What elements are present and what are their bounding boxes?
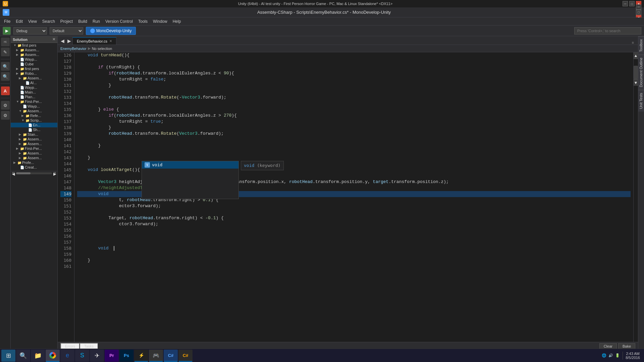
file-icon: 📄 bbox=[20, 86, 24, 89]
create-icon[interactable]: ✎ bbox=[1, 48, 10, 56]
search-button[interactable]: 🔍 bbox=[16, 350, 30, 362]
document-outline-tab[interactable]: Document Outline bbox=[638, 55, 644, 90]
tree-item[interactable]: ▼ 📁 First-Per... bbox=[11, 99, 57, 104]
menu-edit[interactable]: Edit bbox=[13, 18, 25, 24]
file-explorer-button[interactable]: 📁 bbox=[31, 350, 45, 362]
minimize-button[interactable]: ─ bbox=[623, 1, 628, 6]
tab-enemy-behavior[interactable]: EnemyBehavior.cs ✕ bbox=[72, 37, 116, 45]
tree-item[interactable]: ▶ 📁 Assem... bbox=[11, 76, 57, 80]
bake-button[interactable]: Bake bbox=[618, 343, 635, 349]
folder-icon: 📁 bbox=[20, 147, 24, 150]
premiere-button[interactable]: Pr bbox=[105, 350, 119, 362]
menu-help[interactable]: Help bbox=[170, 18, 184, 24]
scrollbar-thumb[interactable] bbox=[16, 172, 31, 174]
tree-item[interactable]: ▶ 📁 Profe... bbox=[11, 160, 57, 165]
tree-item[interactable]: 📄 Cube bbox=[11, 62, 57, 66]
app6-button[interactable]: ✈ bbox=[90, 350, 104, 362]
tree-item[interactable]: ▶ 📁 Assem... bbox=[11, 52, 57, 57]
tree-item[interactable]: ▼ 📁 Assem... bbox=[11, 109, 57, 113]
scrollbar-thumb[interactable] bbox=[634, 66, 638, 79]
scroll-right-icon[interactable]: ▶ bbox=[53, 172, 56, 175]
monodevelop-button[interactable]: MonoDevelop-Unity bbox=[86, 27, 136, 35]
sidebar-scrollbar: ◀ ▶ bbox=[11, 171, 57, 175]
code-line: } bbox=[77, 125, 631, 131]
tree-item-enemy-behavior[interactable]: 📄 En... bbox=[11, 123, 57, 127]
menu-tools[interactable]: Tools bbox=[136, 18, 150, 24]
scrollbar-track[interactable] bbox=[16, 172, 52, 174]
search-left-icon[interactable]: 🔍 bbox=[1, 62, 10, 71]
tooltip-type-label: (keyword) bbox=[257, 163, 280, 168]
tree-item[interactable]: ▼ 📁 first pers bbox=[11, 43, 57, 48]
cs1-button[interactable]: C# bbox=[164, 350, 178, 362]
search-input[interactable] bbox=[574, 27, 641, 35]
tool1-icon[interactable]: ⚙ bbox=[1, 101, 10, 110]
tree-item[interactable]: 📄 Wayp... bbox=[11, 85, 57, 90]
autocomplete-popup[interactable]: V void bbox=[142, 161, 239, 199]
tab-close-icon[interactable]: ✕ bbox=[109, 39, 112, 43]
menu-version-control[interactable]: Version Control bbox=[103, 18, 136, 24]
tree-item[interactable]: 📄 Main... bbox=[11, 90, 57, 95]
menu-run[interactable]: Run bbox=[90, 18, 103, 24]
unit-tests-tab[interactable]: Unit Tests bbox=[638, 90, 644, 112]
tree-item[interactable]: ▶ 📁 Assem... bbox=[11, 48, 57, 52]
menu-file[interactable]: File bbox=[1, 18, 13, 24]
tab-prev-button[interactable]: ◀ bbox=[59, 37, 66, 45]
code-editor[interactable]: 126 127 128 129 130 131 132 133 134 135 … bbox=[58, 52, 638, 342]
toolbox-tab[interactable]: Toolbox bbox=[638, 36, 644, 55]
tree-item[interactable]: ▶ 📁 Assem... bbox=[11, 141, 57, 146]
app-minimize-button[interactable]: ─ bbox=[636, 4, 641, 10]
editor-scrollbar[interactable]: ▲ ▼ bbox=[633, 52, 638, 342]
tab-next-button[interactable]: ▶ bbox=[66, 37, 72, 45]
line-numbers: 126 127 128 129 130 131 132 133 134 135 … bbox=[58, 52, 74, 342]
platform-dropdown[interactable]: Default bbox=[50, 27, 83, 35]
search2-left-icon[interactable]: 🔍 bbox=[1, 72, 10, 81]
tree-item[interactable]: ▶ 📁 Refe... bbox=[11, 113, 57, 118]
tree-item[interactable]: ▶ 📁 first pers bbox=[11, 66, 57, 71]
scrollbar-track[interactable] bbox=[634, 66, 638, 79]
tree-item[interactable]: ▶ 📁 Robo... bbox=[11, 71, 57, 76]
folder-icon: 📁 bbox=[23, 137, 27, 141]
a-icon[interactable]: A bbox=[1, 86, 10, 95]
ie-button[interactable]: e bbox=[60, 350, 74, 362]
game-button[interactable]: 🎮 bbox=[149, 350, 163, 362]
app-maximize-button[interactable]: □ bbox=[636, 10, 641, 15]
scroll-down-button[interactable]: ▼ bbox=[634, 79, 638, 86]
maximize-button[interactable]: □ bbox=[629, 1, 635, 6]
menu-project[interactable]: Project bbox=[58, 18, 75, 24]
tree-item[interactable]: ▶ 📁 Assem... bbox=[11, 137, 57, 141]
window-title: Unity (64bit) - AI test unity - First Pe… bbox=[8, 2, 623, 6]
menu-build[interactable]: Build bbox=[75, 18, 90, 24]
sidebar-close[interactable]: ✕ bbox=[52, 37, 55, 42]
tree-item[interactable]: ▶ 📁 Assem... bbox=[11, 151, 57, 156]
tree-item[interactable]: ▼ 📁 Scrip... bbox=[11, 118, 57, 123]
tree-item[interactable]: 📄 Plan... bbox=[11, 95, 57, 99]
code-content[interactable]: void turnHead(){ if (turnRight) { if(rob… bbox=[74, 52, 633, 342]
tree-item[interactable]: ▶ 📁 Stan... bbox=[11, 132, 57, 137]
autocomplete-item-void[interactable]: V void bbox=[142, 161, 238, 169]
tree-item[interactable]: 📄 Creat... bbox=[11, 165, 57, 170]
tree-item[interactable]: 📄 Sh... bbox=[11, 127, 57, 132]
tab-list-button[interactable]: ≡ bbox=[629, 41, 637, 45]
menu-view[interactable]: View bbox=[25, 18, 40, 24]
skype-button[interactable]: S bbox=[75, 350, 89, 362]
clear-button[interactable]: Clear bbox=[599, 343, 617, 349]
scroll-up-button[interactable]: ▲ bbox=[634, 52, 638, 59]
folder-icon: 📁 bbox=[23, 156, 27, 160]
menu-search[interactable]: Search bbox=[40, 18, 58, 24]
tree-item[interactable]: 📄 Wayp... bbox=[11, 104, 57, 109]
scroll-left-icon[interactable]: ◀ bbox=[12, 172, 15, 175]
tree-item[interactable]: ▶ 📁 First-Per... bbox=[11, 146, 57, 151]
hi-icon[interactable]: Hi bbox=[1, 38, 10, 46]
photoshop-button[interactable]: Ps bbox=[119, 350, 133, 362]
config-dropdown[interactable]: Debug bbox=[13, 27, 47, 35]
tree-item[interactable]: ▶ 📁 Assem... bbox=[11, 156, 57, 160]
unity-button[interactable]: ⚡ bbox=[134, 350, 148, 362]
start-button[interactable]: ⊞ bbox=[1, 350, 15, 362]
cs2-button[interactable]: C# bbox=[178, 350, 193, 362]
tool2-icon[interactable]: ⚙ bbox=[1, 111, 10, 120]
chrome-button[interactable] bbox=[46, 350, 60, 362]
menu-window[interactable]: Window bbox=[150, 18, 170, 24]
play-button[interactable]: ▶ bbox=[3, 27, 11, 35]
tree-item[interactable]: 📄 AI... bbox=[11, 80, 57, 85]
tree-item[interactable]: 📄 Wayp... bbox=[11, 57, 57, 62]
